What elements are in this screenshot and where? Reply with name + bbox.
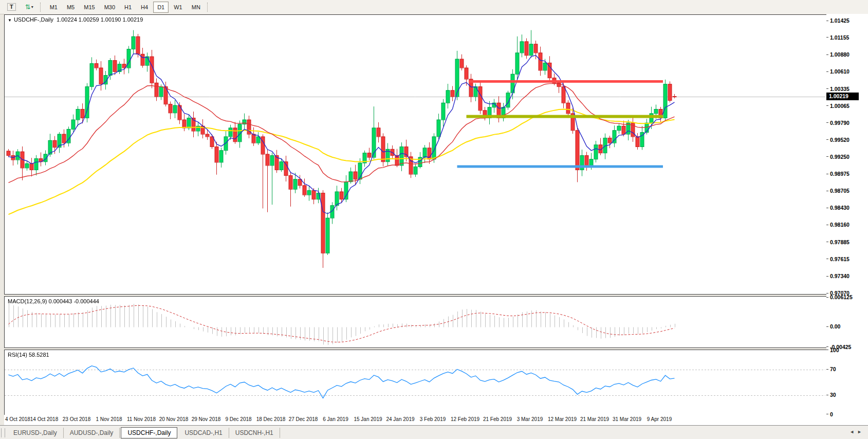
rsi-label: RSI(14) 58.5281 bbox=[8, 352, 49, 358]
scroll-left-icon[interactable]: ◄ bbox=[849, 429, 857, 434]
rsi-axis-label: 70 bbox=[826, 366, 836, 372]
chart-window: ▼USDCHF-,Daily 1.00224 1.00259 1.00190 1… bbox=[4, 14, 826, 425]
date-axis-label: 18 Dec 2018 bbox=[256, 416, 286, 422]
main-chart-canvas[interactable] bbox=[5, 15, 825, 293]
tf-button-m15[interactable]: M15 bbox=[80, 2, 99, 13]
tf-button-m1[interactable]: M1 bbox=[46, 2, 62, 13]
tab-usdchf-daily[interactable]: USDCHF-,Daily bbox=[121, 427, 177, 438]
date-axis-label: 3 Mar 2019 bbox=[517, 416, 543, 422]
price-axis-label: 0.99520 bbox=[826, 137, 849, 143]
date-axis-label: 21 Feb 2019 bbox=[483, 416, 512, 422]
tf-button-d1[interactable]: D1 bbox=[153, 2, 169, 13]
price-axis-label: 0.98160 bbox=[826, 222, 849, 228]
date-axis-label: 23 Oct 2018 bbox=[63, 416, 90, 422]
date-axis-label: 1 Nov 2018 bbox=[96, 416, 122, 422]
price-axis-label: 1.00335 bbox=[826, 86, 849, 92]
chart-symbol-label: USDCHF-,Daily bbox=[14, 16, 53, 23]
main-chart-panel: ▼USDCHF-,Daily 1.00224 1.00259 1.00190 1… bbox=[4, 14, 827, 295]
date-axis-label: 31 Mar 2019 bbox=[613, 416, 641, 422]
tab-scroll-arrows[interactable]: ◄► bbox=[849, 429, 865, 434]
toolbar-separator bbox=[207, 3, 210, 12]
tab-eurusd-daily[interactable]: EURUSD-,Daily bbox=[7, 428, 64, 438]
price-axis-label: 1.00880 bbox=[826, 51, 849, 58]
price-axis-label: 1.00610 bbox=[826, 68, 849, 75]
date-axis[interactable]: 4 Oct 201814 Oct 201823 Oct 20181 Nov 20… bbox=[4, 415, 826, 425]
tab-usdcad-h1[interactable]: USDCAD-,H1 bbox=[178, 428, 229, 438]
date-axis-label: 12 Feb 2019 bbox=[451, 416, 479, 422]
price-axis-label: 0.98430 bbox=[826, 205, 849, 211]
date-axis-label: 9 Dec 2018 bbox=[225, 416, 251, 422]
price-axis-label: 0.99250 bbox=[826, 154, 849, 160]
price-axis-label: 0.97885 bbox=[826, 239, 849, 245]
macd-canvas[interactable] bbox=[5, 297, 825, 346]
toolbar-separator bbox=[40, 3, 43, 12]
tab-grip bbox=[1, 428, 5, 437]
date-axis-label: 11 Nov 2018 bbox=[127, 416, 156, 422]
tf-button-h1[interactable]: H1 bbox=[120, 2, 136, 13]
date-axis-label: 3 Feb 2019 bbox=[420, 416, 446, 422]
text-tool-icon: T bbox=[7, 3, 16, 11]
tab-usdcnh-h1[interactable]: USDCNH-,H1 bbox=[229, 428, 280, 438]
date-axis-label: 6 Jan 2019 bbox=[323, 416, 348, 422]
date-axis-label: 29 Nov 2018 bbox=[192, 416, 221, 422]
date-axis-label: 21 Mar 2019 bbox=[580, 416, 609, 422]
symbol-tab-bar: EURUSD-,DailyAUDUSD-,DailyUSDCHF-,DailyU… bbox=[0, 425, 868, 439]
macd-label: MACD(12,26,9) 0.000443 -0.000444 bbox=[8, 298, 99, 304]
chart-ohlc-label: 1.00224 1.00259 1.00190 1.00219 bbox=[57, 16, 143, 23]
price-axis-label: 0.99790 bbox=[826, 120, 849, 126]
timeframe-group: M1M5M15M30H1H4D1W1MN bbox=[45, 2, 205, 13]
rsi-axis-label: 30 bbox=[826, 392, 836, 398]
arrange-windows-button[interactable]: ⇅ ▾ bbox=[21, 2, 38, 13]
chart-title: ▼USDCHF-,Daily 1.00224 1.00259 1.00190 1… bbox=[8, 16, 143, 23]
date-axis-label: 24 Jan 2019 bbox=[386, 416, 414, 422]
price-axis-label: 0.98975 bbox=[826, 171, 849, 177]
price-axis[interactable]: 1.00219 1.014251.011551.008801.006101.00… bbox=[826, 14, 868, 425]
price-axis-label: 0.97615 bbox=[826, 256, 849, 262]
tf-button-w1[interactable]: W1 bbox=[170, 2, 187, 13]
text-tool-button[interactable]: T bbox=[3, 2, 20, 13]
top-toolbar: T ⇅ ▾ M1M5M15M30H1H4D1W1MN bbox=[0, 0, 868, 14]
macd-axis-label: 0.00 bbox=[826, 323, 840, 330]
collapse-icon[interactable]: ▼ bbox=[8, 18, 12, 23]
price-axis-label: 0.98705 bbox=[826, 188, 849, 194]
date-axis-label: 4 Oct 2018 bbox=[5, 416, 30, 422]
price-axis-label: 0.97340 bbox=[826, 273, 849, 279]
date-axis-label: 9 Apr 2019 bbox=[647, 416, 672, 422]
swap-arrows-icon: ⇅ bbox=[25, 3, 30, 11]
date-axis-label: 15 Jan 2019 bbox=[354, 416, 382, 422]
tf-button-m5[interactable]: M5 bbox=[63, 2, 79, 13]
date-axis-label: 27 Dec 2018 bbox=[289, 416, 318, 422]
date-axis-label: 12 Mar 2019 bbox=[548, 416, 577, 422]
price-axis-label: 1.01155 bbox=[826, 34, 849, 41]
chevron-down-icon: ▾ bbox=[31, 5, 33, 9]
scroll-right-icon[interactable]: ► bbox=[857, 429, 865, 434]
price-axis-label: 1.00065 bbox=[826, 103, 849, 109]
current-price-box: 1.00219 bbox=[826, 93, 859, 100]
price-axis-label: 1.01425 bbox=[826, 17, 849, 24]
macd-axis-label: 0.006125 bbox=[826, 294, 853, 300]
date-axis-label: 20 Nov 2018 bbox=[159, 416, 189, 422]
date-axis-label: 14 Oct 2018 bbox=[30, 416, 58, 422]
rsi-panel: RSI(14) 58.5281 bbox=[4, 350, 827, 415]
tab-audusd-daily[interactable]: AUDUSD-,Daily bbox=[64, 428, 120, 438]
tabs-container: EURUSD-,DailyAUDUSD-,DailyUSDCHF-,DailyU… bbox=[7, 427, 280, 438]
rsi-axis-label: 100 bbox=[826, 347, 839, 353]
tf-button-m30[interactable]: M30 bbox=[100, 2, 119, 13]
tf-button-h4[interactable]: H4 bbox=[137, 2, 152, 13]
rsi-axis-label: 0 bbox=[826, 411, 833, 417]
rsi-canvas[interactable] bbox=[5, 350, 825, 414]
tf-button-mn[interactable]: MN bbox=[188, 2, 205, 13]
macd-panel: MACD(12,26,9) 0.000443 -0.000444 bbox=[4, 296, 827, 348]
